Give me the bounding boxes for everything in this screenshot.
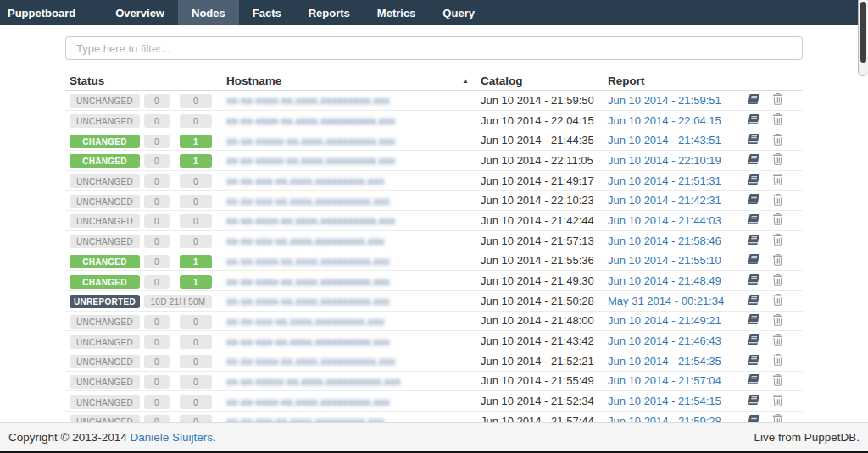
failed-count-badge: 0 [144, 335, 170, 349]
report-link[interactable]: Jun 10 2014 - 21:58:46 [608, 235, 721, 247]
column-header-report[interactable]: Report [608, 75, 743, 87]
catalog-timestamp: Jun 10 2014 - 21:57:13 [481, 235, 608, 247]
changed-count-badge: 0 [180, 114, 212, 128]
brand-puppetboard[interactable]: Puppetboard [0, 0, 90, 25]
report-link[interactable]: Jun 10 2014 - 21:44:03 [608, 214, 721, 227]
report-log-button[interactable] [747, 113, 760, 128]
copyright-text: Copyright © 2013-2014 Daniele Sluijters. [8, 431, 216, 444]
book-icon [747, 354, 760, 368]
delete-node-button[interactable] [772, 113, 783, 128]
column-header-status[interactable]: Status [65, 75, 142, 87]
hostname-link[interactable]: xx-xx-xxx-xx.xxxx.xxxxxxxxxx.xxx [226, 195, 390, 207]
status-badge: UNCHANGED [70, 174, 140, 188]
scrollbar-thumb[interactable] [860, 2, 866, 63]
catalog-timestamp: Jun 10 2014 - 21:49:17 [481, 174, 608, 187]
hostname-link[interactable]: xx-xx-xxxx-xx.xxxx.xxxxxxxxx.xxx [226, 275, 390, 288]
delete-node-button[interactable] [772, 273, 783, 289]
report-link[interactable]: Jun 10 2014 - 21:51:31 [608, 174, 721, 187]
report-log-button[interactable] [747, 394, 760, 408]
hostname-link[interactable]: xx-xx-xxxx-xx.xxxx.xxxxxxxxx.xxx [226, 255, 390, 268]
report-link[interactable]: Jun 10 2014 - 21:43:51 [608, 134, 721, 146]
nav-item-overview[interactable]: Overview [102, 0, 178, 25]
nodes-table: Status Hostname ▲ Catalog Report UNCHANG… [65, 74, 803, 432]
failed-count-badge: 0 [144, 395, 170, 409]
nav-item-facts[interactable]: Facts [239, 0, 295, 25]
report-link[interactable]: Jun 10 2014 - 21:48:49 [608, 274, 721, 287]
report-link[interactable]: Jun 10 2014 - 21:54:15 [608, 395, 721, 407]
hostname-link[interactable]: xx-xx-xxxx-xx.xxxx.xxxxxxxxx.xxx [226, 295, 390, 307]
report-link[interactable]: Jun 10 2014 - 21:59:51 [608, 94, 721, 107]
report-log-button[interactable] [747, 133, 760, 147]
report-link[interactable]: Jun 10 2014 - 21:55:10 [608, 254, 721, 267]
report-link[interactable]: Jun 10 2014 - 22:10:19 [608, 154, 721, 167]
catalog-timestamp: Jun 10 2014 - 21:42:44 [481, 214, 608, 227]
delete-node-button[interactable] [772, 253, 783, 268]
delete-node-button[interactable] [772, 293, 783, 308]
puppetdb-status-text: Live from PuppetDB. [754, 431, 860, 444]
hostname-link[interactable]: xx-xx-xxxx-xx.xxxx.xxxxxxxxxx.xxx [226, 114, 395, 127]
failed-count-badge: 0 [144, 154, 170, 168]
table-row: CHANGED 0 1 xx-xx-xxxx-xx.xxxx.xxxxxxxxx… [65, 271, 803, 291]
delete-node-button[interactable] [772, 213, 783, 228]
delete-node-button[interactable] [772, 313, 783, 329]
hostname-link[interactable]: xx-xx-xxxxx-xx.xxxx.xxxxxxxxx.xxx [226, 135, 395, 147]
report-log-button[interactable] [747, 153, 760, 168]
delete-node-button[interactable] [772, 92, 783, 108]
delete-node-button[interactable] [772, 353, 783, 368]
column-header-hostname[interactable]: Hostname ▲ [218, 75, 481, 87]
nav-item-reports[interactable]: Reports [295, 0, 364, 25]
report-log-button[interactable] [747, 273, 760, 288]
hostname-link[interactable]: xx-xx-xxxxx-xx.xxxx.xxxxxxxxxx.xxx [226, 375, 401, 388]
delete-node-button[interactable] [772, 193, 783, 208]
report-log-button[interactable] [747, 174, 760, 188]
changed-count-badge: 0 [180, 195, 212, 208]
report-log-button[interactable] [747, 294, 760, 308]
report-log-button[interactable] [747, 213, 760, 228]
report-log-button[interactable] [747, 373, 760, 388]
delete-node-button[interactable] [772, 334, 783, 349]
hostname-link[interactable]: xx-xx-xxx-xx.xxxx.xxxxxxxxx.xxx [226, 315, 384, 328]
failed-count-badge: 0 [144, 315, 170, 329]
hostname-link[interactable]: xx-xx-xxxx-xx.xxxx.xxxxxxxxxx.xxx [226, 355, 395, 367]
delete-node-button[interactable] [772, 394, 783, 409]
report-log-button[interactable] [747, 334, 760, 348]
nav-item-metrics[interactable]: Metrics [364, 0, 430, 25]
filter-input[interactable] [65, 36, 803, 60]
hostname-link[interactable]: xx-xx-xxx-xx.xxxx.xxxxxxxxx.xxx [226, 174, 384, 187]
book-icon [747, 174, 760, 188]
hostname-link[interactable]: xx-xx-xxxx-xx.xxxx.xxxxxxxxx.xxx [226, 94, 390, 107]
report-log-button[interactable] [747, 253, 760, 268]
report-link[interactable]: May 31 2014 - 00:21:34 [608, 295, 724, 307]
report-link[interactable]: Jun 10 2014 - 21:57:04 [608, 374, 721, 387]
report-link[interactable]: Jun 10 2014 - 21:42:31 [608, 194, 721, 207]
delete-node-button[interactable] [772, 133, 783, 148]
delete-node-button[interactable] [772, 233, 783, 248]
report-log-button[interactable] [747, 354, 760, 368]
report-link[interactable]: Jun 10 2014 - 21:49:21 [608, 314, 721, 327]
hostname-link[interactable]: xx-xx-xxx-xx.xxxx.xxxxxxxxx.xxx [226, 235, 384, 247]
hostname-link[interactable]: xx-xx-xxxx-xx.xxxx.xxxxxxxxxx.xxx [226, 214, 395, 227]
hostname-link[interactable]: xx-xx-xxxxx-xx.xxxx.xxxxxxxxx.xxx [226, 154, 395, 167]
table-row: UNCHANGED 0 0 xx-xx-xxx-xx.xxxx.xxxxxxxx… [65, 171, 803, 191]
nav-item-nodes[interactable]: Nodes [178, 0, 239, 25]
report-log-button[interactable] [747, 93, 760, 108]
delete-node-button[interactable] [772, 373, 783, 389]
book-icon [747, 253, 760, 268]
hostname-link[interactable]: xx-xx-xxx-xx.xxxx.xxxxxxxxxx.xxx [226, 335, 390, 348]
delete-node-button[interactable] [772, 173, 783, 188]
report-link[interactable]: Jun 10 2014 - 22:04:15 [608, 114, 721, 127]
trash-icon [772, 313, 783, 329]
delete-node-button[interactable] [772, 152, 783, 168]
report-link[interactable]: Jun 10 2014 - 21:54:35 [608, 355, 721, 367]
book-icon [747, 394, 760, 408]
author-link[interactable]: Daniele Sluijters [131, 431, 214, 444]
report-log-button[interactable] [747, 193, 760, 207]
report-log-button[interactable] [747, 313, 760, 328]
column-header-catalog[interactable]: Catalog [481, 75, 608, 87]
hostname-link[interactable]: xx-xx-xxxx-xx.xxxx.xxxxxxxxx.xxx [226, 395, 390, 408]
report-log-button[interactable] [747, 234, 760, 248]
report-link[interactable]: Jun 10 2014 - 21:46:43 [608, 334, 721, 347]
table-row: UNCHANGED 0 0 xx-xx-xxxx-xx.xxxx.xxxxxxx… [65, 391, 803, 412]
unreported-duration-badge: 10D 21H 50M [144, 295, 212, 308]
nav-item-query[interactable]: Query [429, 0, 488, 25]
